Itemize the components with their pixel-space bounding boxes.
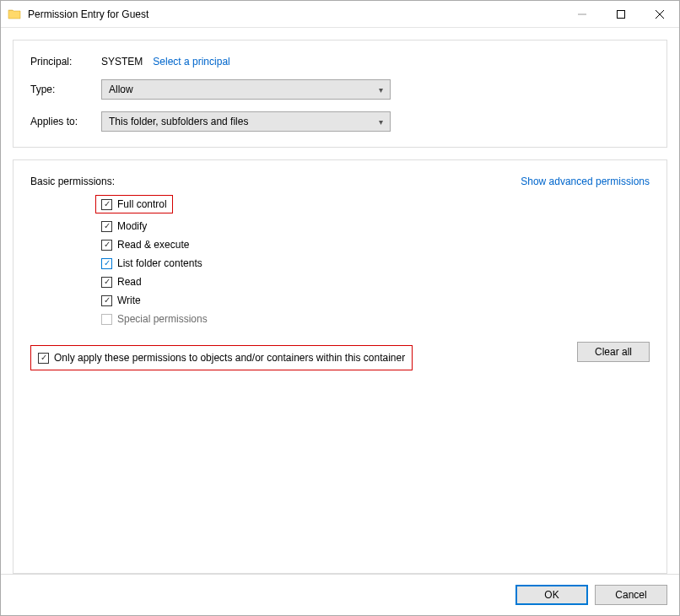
select-principal-link[interactable]: Select a principal	[153, 56, 229, 68]
permission-checkbox[interactable]: ✓	[101, 199, 112, 210]
permission-label: List folder contents	[117, 257, 202, 269]
permission-item: ✓Modify	[101, 220, 650, 232]
footer: OK Cancel	[1, 574, 679, 615]
permission-label: Modify	[117, 220, 147, 232]
folder-icon	[8, 8, 21, 21]
type-dropdown[interactable]: Allow ▾	[101, 79, 391, 100]
check-icon: ✓	[104, 240, 111, 249]
apply-only-row: ✓ Only apply these permissions to object…	[30, 345, 650, 370]
check-icon: ✓	[104, 200, 111, 208]
check-icon: ✓	[104, 278, 111, 286]
permission-checkbox[interactable]: ✓	[101, 258, 112, 269]
permissions-list: ✓Full control✓Modify✓Read & execute✓List…	[101, 195, 650, 325]
permission-item: ✓Read & execute	[101, 239, 650, 251]
titlebar: Permission Entry for Guest	[1, 1, 679, 28]
window-controls	[563, 2, 679, 27]
permission-checkbox[interactable]: ✓	[101, 240, 112, 251]
apply-only-label: Only apply these permissions to objects …	[54, 352, 405, 364]
permission-item: ✓List folder contents	[101, 257, 650, 269]
maximize-button[interactable]	[602, 2, 640, 27]
permission-entry-window: Permission Entry for Guest Principal: SY…	[0, 0, 680, 616]
ok-button[interactable]: OK	[515, 585, 588, 605]
permission-label: Read & execute	[117, 239, 189, 251]
principal-value: SYSTEM	[101, 56, 143, 68]
permission-label: Full control	[117, 198, 167, 210]
content-area: Principal: SYSTEM Select a principal Typ…	[1, 28, 679, 574]
permission-item: ✓Write	[101, 294, 650, 306]
permission-item: ✓Read	[101, 276, 650, 288]
type-row: Type: Allow ▾	[30, 79, 650, 100]
permission-checkbox[interactable]: ✓	[101, 295, 112, 306]
applies-label: Applies to:	[30, 116, 101, 127]
check-icon: ✓	[104, 259, 111, 267]
check-icon: ✓	[104, 296, 111, 305]
applies-dropdown-value: This folder, subfolders and files	[109, 116, 248, 127]
permission-checkbox[interactable]: ✓	[101, 221, 112, 232]
minimize-button[interactable]	[563, 2, 602, 27]
principal-panel: Principal: SYSTEM Select a principal Typ…	[13, 40, 667, 148]
permission-item: Special permissions	[101, 313, 650, 325]
type-label: Type:	[30, 84, 101, 95]
apply-only-highlight: ✓ Only apply these permissions to object…	[30, 345, 413, 370]
window-title: Permission Entry for Guest	[28, 8, 563, 20]
permission-label: Special permissions	[117, 313, 208, 325]
svg-rect-1	[618, 10, 625, 18]
permission-checkbox[interactable]: ✓	[101, 277, 112, 288]
cancel-button[interactable]: Cancel	[595, 585, 667, 605]
principal-row: Principal: SYSTEM Select a principal	[30, 56, 650, 68]
applies-row: Applies to: This folder, subfolders and …	[30, 111, 650, 132]
principal-label: Principal:	[30, 56, 101, 68]
permission-checkbox	[101, 314, 112, 325]
chevron-down-icon: ▾	[379, 117, 383, 127]
show-advanced-link[interactable]: Show advanced permissions	[521, 176, 650, 187]
close-button[interactable]	[640, 2, 679, 27]
permission-label: Read	[117, 276, 142, 288]
basic-permissions-title: Basic permissions:	[30, 176, 115, 187]
permission-label: Write	[117, 294, 141, 306]
type-dropdown-value: Allow	[109, 84, 133, 95]
check-icon: ✓	[40, 354, 47, 362]
permission-item: ✓Full control	[95, 195, 173, 213]
permissions-header: Basic permissions: Show advanced permiss…	[30, 176, 650, 187]
clear-all-button[interactable]: Clear all	[577, 342, 650, 362]
applies-dropdown[interactable]: This folder, subfolders and files ▾	[101, 111, 391, 132]
chevron-down-icon: ▾	[379, 85, 383, 95]
apply-only-checkbox[interactable]: ✓	[38, 353, 49, 364]
check-icon: ✓	[104, 222, 111, 230]
permissions-panel: Basic permissions: Show advanced permiss…	[13, 159, 667, 574]
